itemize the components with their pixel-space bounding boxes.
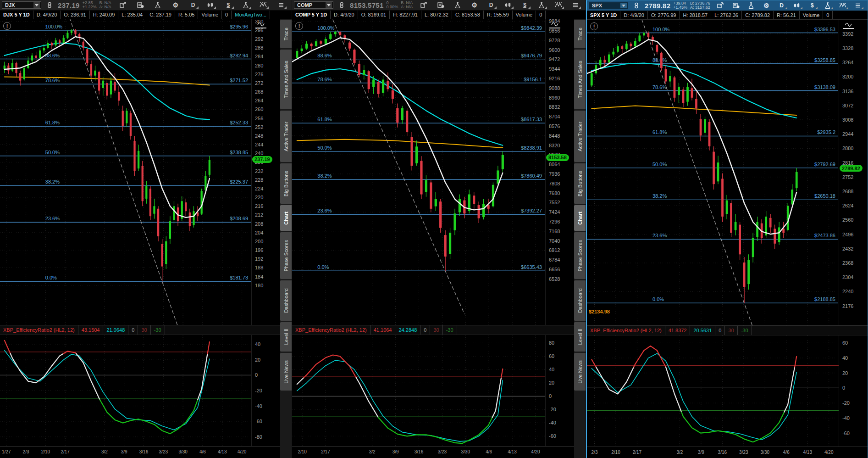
date-label: 2/10 <box>38 449 53 454</box>
tab-live-news[interactable]: Live News <box>574 353 586 391</box>
main-chart-area[interactable]: 100.0%$295.9688.6%$282.9478.6%$271.5261.… <box>0 19 251 325</box>
share-button[interactable] <box>715 1 726 10</box>
link-icon[interactable] <box>44 1 55 9</box>
symbol-dropdown-icon[interactable] <box>326 2 332 8</box>
studies-button[interactable] <box>746 1 757 10</box>
news-button[interactable] <box>135 1 146 9</box>
study-link[interactable]: MovAvgTwo... <box>232 11 270 19</box>
indicator-header: XBP_EfficiencyRatio2 (HL2, 12)43.150421.… <box>0 325 280 335</box>
link-icon[interactable] <box>631 1 642 10</box>
indicator-label[interactable]: XBP_EfficiencyRatio2 (HL2, 12) <box>0 325 78 335</box>
indicator-axis[interactable]: 6040200-20-40-60 <box>839 335 868 447</box>
tab-dashboard[interactable]: Dashboard <box>574 280 586 321</box>
price-axis-label: 3328 <box>842 45 853 51</box>
news-button[interactable] <box>435 1 446 9</box>
time-axis[interactable]: 1/272/32/102/173/23/93/163/233/304/64/13… <box>0 446 280 458</box>
tab-times-and-sales[interactable]: Times And Sales <box>574 50 586 109</box>
chart-type-button[interactable] <box>205 1 216 9</box>
symbol-dropdown-icon[interactable] <box>620 3 627 8</box>
menu-button[interactable] <box>276 1 287 9</box>
share-button[interactable] <box>117 1 128 9</box>
news-button[interactable] <box>730 1 741 10</box>
info-icon[interactable]: ! <box>3 22 11 30</box>
tab-phase-scores[interactable]: Phase Scores <box>574 232 586 279</box>
price-axis[interactable]: 3002962922882842802762722682642602562522… <box>251 19 280 325</box>
tab-times-and-sales[interactable]: Times And Sales <box>280 50 292 109</box>
date-label: 3/16 <box>411 449 427 454</box>
tab-trade[interactable]: Trade <box>574 20 586 48</box>
chart-type-button[interactable] <box>503 1 514 9</box>
menu-button[interactable] <box>852 1 863 10</box>
patterns-button[interactable] <box>258 1 269 9</box>
ohlc-row: DJX 5 Y 1DD: 4/9/20O: 236.91H: 240.09L: … <box>0 11 292 19</box>
share-button[interactable] <box>418 1 429 9</box>
tab-live-news[interactable]: Live News <box>280 353 292 391</box>
tab-phase-scores[interactable]: Phase Scores <box>280 232 292 279</box>
indicator-canvas[interactable] <box>0 335 252 446</box>
strategies-button[interactable] <box>536 1 547 9</box>
tab-chart[interactable]: Chart <box>574 205 586 231</box>
price-chart-canvas[interactable]: 100.0%$3396.5388.6%$3258.8578.6%$3138.09… <box>587 20 839 325</box>
strategies-button[interactable] <box>240 1 251 9</box>
link-icon[interactable] <box>336 1 347 9</box>
settings-button[interactable]: ⚙ <box>469 1 480 9</box>
info-icon[interactable]: ! <box>295 22 303 30</box>
indicator-area[interactable] <box>0 335 251 446</box>
axis-style-button[interactable] <box>843 21 854 29</box>
indicator-area[interactable] <box>587 335 839 447</box>
indicator-area[interactable] <box>292 335 545 446</box>
strategies-button[interactable] <box>822 1 833 10</box>
price-chart-canvas[interactable]: 100.0%$295.9688.6%$282.9478.6%$271.5261.… <box>0 19 252 325</box>
indicator-header: XBP_EfficiencyRatio2 (HL2, 12)41.837220.… <box>587 325 868 335</box>
price-axis-label: 7936 <box>549 171 560 177</box>
symbol-combobox[interactable]: SPX <box>589 2 628 9</box>
tab-dashboard[interactable]: Dashboard <box>280 280 292 321</box>
price-chart-canvas[interactable]: 100.0%$9842.3988.6%$9476.7978.6%$9156.16… <box>292 19 546 325</box>
settings-button[interactable]: ⚙ <box>761 1 772 10</box>
symbol-combobox[interactable]: COMP <box>294 1 333 9</box>
indicator-label[interactable]: XBP_EfficiencyRatio2 (HL2, 12) <box>587 326 665 335</box>
patterns-button[interactable] <box>837 1 848 10</box>
patterns-button[interactable] <box>553 1 564 9</box>
chart-title: DJX 5 Y 1D <box>0 11 33 19</box>
price-style-button[interactable]: $ <box>807 1 818 10</box>
settings-button[interactable]: ⚙ <box>170 1 181 9</box>
svg-text:$282.94: $282.94 <box>230 53 248 58</box>
main-chart-area[interactable]: 100.0%$9842.3988.6%$9476.7978.6%$9156.16… <box>292 19 545 325</box>
tab-big-buttons[interactable]: Big Buttons <box>280 163 292 204</box>
info-icon[interactable]: ! <box>590 22 598 30</box>
price-axis[interactable]: 9984985697289600947293449216908889608832… <box>545 19 574 325</box>
price-style-button[interactable]: $ <box>223 1 234 9</box>
chart-type-button[interactable] <box>791 1 802 10</box>
indicator-label[interactable]: XBP_EfficiencyRatio2 (HL2, 12) <box>292 325 370 335</box>
tab-active-trader[interactable]: Active Trader <box>574 111 586 162</box>
indicator-canvas[interactable] <box>587 335 839 447</box>
menu-button[interactable] <box>570 1 581 9</box>
indicator-axis[interactable]: 806040200-20-40-60 <box>545 335 574 446</box>
timeframe-button[interactable]: D <box>486 1 497 9</box>
timeframe-button[interactable]: D <box>188 1 199 9</box>
tab-active-trader[interactable]: Active Trader <box>280 111 292 162</box>
time-axis[interactable]: 2/102/173/23/93/163/233/304/64/134/20 <box>292 446 574 458</box>
ohlc-cell: 0 <box>222 11 232 19</box>
price-style-button[interactable]: $ <box>520 1 531 9</box>
tab-chart[interactable]: Chart <box>280 205 292 231</box>
indicator-axis[interactable]: 40200-20-40-60-80 <box>251 335 280 446</box>
tab-trade[interactable]: Trade <box>280 20 292 48</box>
symbol-combobox[interactable]: DJX <box>2 1 41 9</box>
tab-big-buttons[interactable]: Big Buttons <box>574 163 586 204</box>
tab-level-ii[interactable]: Level II <box>574 322 586 352</box>
studies-button[interactable] <box>452 1 463 9</box>
timeframe-button[interactable]: D <box>776 1 787 10</box>
price-axis-label: 3200 <box>842 74 853 79</box>
price-change: +39.84+1.45% <box>673 1 687 10</box>
studies-button[interactable] <box>152 1 163 9</box>
svg-text:100.0%: 100.0% <box>317 25 335 31</box>
main-chart-area[interactable]: 100.0%$3396.5388.6%$3258.8578.6%$3138.09… <box>587 20 839 325</box>
tab-level-ii[interactable]: Level II <box>280 322 292 352</box>
price-axis[interactable]: 3392332832643200313630723008294428802816… <box>839 20 868 325</box>
symbol-dropdown-icon[interactable] <box>33 2 40 8</box>
indicator-canvas[interactable] <box>292 335 546 446</box>
time-axis[interactable]: 2/32/102/173/23/93/163/233/304/64/134/20 <box>587 447 868 458</box>
price-axis-label: 3392 <box>842 31 853 37</box>
